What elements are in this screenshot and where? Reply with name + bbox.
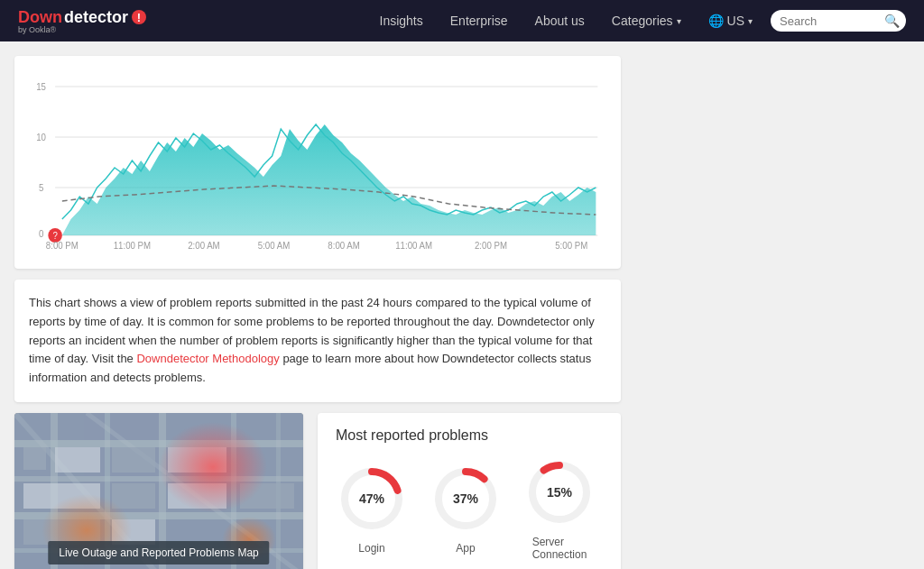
donut-server: 15%: [523, 456, 596, 528]
problems-title: Most reported problems: [336, 427, 603, 444]
svg-text:11:00 PM: 11:00 PM: [114, 241, 151, 251]
search-button[interactable]: 🔍: [884, 14, 900, 28]
right-sidebar: [635, 41, 924, 569]
description-card: This chart shows a view of problem repor…: [14, 280, 621, 402]
logo-exclaim: !: [132, 10, 146, 24]
problem-login: 47% Login: [336, 463, 408, 555]
svg-text:2:00 AM: 2:00 AM: [188, 241, 220, 251]
bottom-section: Live Outage and Reported Problems Map Mo…: [14, 413, 621, 569]
nav-categories[interactable]: Categories ▾: [612, 14, 681, 28]
donut-login: 47%: [336, 463, 408, 535]
svg-text:8:00 PM: 8:00 PM: [46, 241, 79, 251]
svg-marker-10: [62, 124, 596, 235]
svg-text:2:00 PM: 2:00 PM: [475, 241, 507, 251]
methodology-link[interactable]: Downdetector Methodology: [136, 352, 279, 365]
chart-wrapper: 15 10 5 0 ?: [29, 70, 606, 260]
problem-server-label: ServerConnection: [532, 536, 587, 561]
main-nav: Insights Enterprise About us Categories …: [380, 14, 753, 28]
search-input[interactable]: [780, 14, 879, 28]
donut-server-pct: 15%: [547, 485, 572, 500]
nav-categories-label: Categories: [612, 14, 673, 28]
logo-byline: by Ookla®: [18, 25, 146, 34]
svg-text:8:00 AM: 8:00 AM: [328, 241, 360, 251]
donut-app-pct: 37%: [453, 491, 478, 506]
main-layout: 15 10 5 0 ?: [0, 41, 924, 569]
outage-chart: 15 10 5 0 ?: [29, 70, 606, 260]
svg-text:5:00 AM: 5:00 AM: [258, 241, 291, 251]
nav-insights[interactable]: Insights: [380, 14, 423, 28]
logo: Downdetector! by Ookla®: [18, 8, 146, 34]
problems-card: Most reported problems 47% Login: [318, 413, 621, 569]
svg-text:5: 5: [39, 183, 44, 193]
content-area: 15 10 5 0 ?: [0, 41, 635, 569]
region-chevron-icon: ▾: [748, 16, 753, 26]
problem-server: 15% ServerConnection: [523, 456, 596, 561]
nav-region[interactable]: 🌐 US ▾: [708, 14, 753, 28]
problem-app-label: App: [456, 542, 475, 555]
nav-enterprise[interactable]: Enterprise: [450, 14, 508, 28]
map-card[interactable]: Live Outage and Reported Problems Map: [14, 413, 303, 569]
problems-circles: 47% Login 37% App: [336, 456, 603, 561]
svg-text:15: 15: [36, 82, 46, 92]
svg-text:0: 0: [39, 229, 44, 239]
svg-point-41: [159, 422, 267, 512]
chevron-down-icon: ▾: [677, 16, 681, 26]
svg-text:?: ?: [52, 231, 58, 241]
svg-text:5:00 PM: 5:00 PM: [555, 241, 587, 251]
donut-login-pct: 47%: [359, 491, 384, 506]
search-box: 🔍: [771, 10, 906, 32]
logo-down: Down: [18, 8, 62, 27]
nav-region-label: US: [727, 14, 744, 28]
globe-icon: 🌐: [708, 14, 724, 28]
chart-card: 15 10 5 0 ?: [14, 56, 621, 269]
svg-rect-33: [112, 447, 155, 473]
donut-app: 37%: [430, 463, 502, 535]
problem-app: 37% App: [430, 463, 502, 555]
svg-rect-32: [55, 447, 100, 473]
svg-rect-31: [23, 447, 46, 470]
svg-text:10: 10: [36, 133, 46, 142]
map-label: Live Outage and Reported Problems Map: [48, 541, 269, 564]
svg-text:11:00 AM: 11:00 AM: [395, 241, 432, 251]
logo-detector: detector: [64, 8, 128, 27]
header: Downdetector! by Ookla® Insights Enterpr…: [0, 0, 924, 41]
problem-login-label: Login: [358, 542, 384, 555]
nav-about-us[interactable]: About us: [535, 14, 585, 28]
